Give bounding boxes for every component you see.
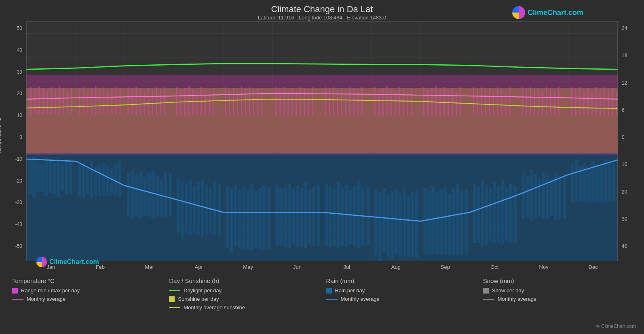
y-axis-left-label: Temperature °C — [0, 117, 2, 154]
svg-rect-46 — [127, 172, 131, 217]
month-nov: Nov — [519, 261, 568, 273]
svg-rect-86 — [304, 182, 307, 248]
svg-rect-145 — [571, 164, 574, 202]
logo-top: ClimeChart.com — [512, 6, 583, 19]
r-tick-30: 30 — [620, 216, 642, 222]
svg-rect-278 — [604, 87, 605, 115]
r-tick-18: 18 — [620, 53, 642, 58]
r-tick-6: 6 — [620, 107, 642, 113]
svg-rect-262 — [530, 87, 531, 115]
legend-rain-day-label: Rain per day — [335, 287, 365, 294]
svg-rect-174 — [99, 89, 100, 114]
r-tick-10: 10 — [620, 162, 642, 167]
svg-rect-228 — [357, 91, 359, 115]
svg-rect-214 — [291, 88, 293, 115]
month-jun: Jun — [273, 261, 322, 273]
svg-rect-253 — [485, 90, 486, 115]
svg-rect-78 — [267, 187, 270, 249]
svg-rect-55 — [164, 172, 167, 218]
y-axis-right: Day / Sunshine (h) Rain / Snow (mm) 24 1… — [618, 21, 644, 261]
svg-rect-263 — [534, 90, 535, 115]
logo-icon-bottom — [36, 257, 47, 267]
r-tick-40: 40 — [620, 243, 642, 249]
r-tick-12: 12 — [620, 80, 642, 86]
svg-rect-218 — [308, 91, 309, 115]
svg-rect-187 — [156, 87, 157, 115]
svg-rect-72 — [242, 187, 245, 250]
svg-rect-26 — [36, 161, 40, 192]
svg-rect-114 — [431, 186, 435, 255]
svg-rect-154 — [608, 163, 611, 202]
svg-rect-79 — [275, 185, 279, 246]
svg-rect-77 — [262, 186, 266, 250]
legend-snow-avg-label: Monthly average — [498, 296, 536, 302]
svg-rect-224 — [341, 88, 342, 115]
legend-rain-title: Rain (mm) — [326, 277, 475, 284]
svg-rect-133 — [513, 186, 517, 243]
svg-rect-169 — [79, 89, 80, 114]
svg-rect-177 — [111, 89, 112, 114]
y-tick-30: 30 — [2, 69, 24, 75]
svg-rect-252 — [481, 87, 482, 115]
svg-rect-30 — [53, 163, 56, 195]
svg-rect-172 — [91, 88, 92, 114]
svg-rect-92 — [333, 189, 336, 246]
svg-rect-168 — [71, 87, 72, 114]
svg-rect-269 — [558, 87, 560, 115]
svg-rect-75 — [254, 191, 258, 248]
svg-rect-230 — [374, 87, 376, 116]
svg-rect-267 — [550, 89, 551, 115]
svg-rect-27 — [40, 164, 44, 192]
svg-rect-251 — [477, 89, 478, 115]
svg-rect-37 — [86, 168, 89, 195]
svg-rect-239 — [411, 88, 412, 115]
svg-rect-189 — [164, 87, 165, 115]
svg-rect-204 — [241, 86, 242, 116]
svg-rect-254 — [489, 88, 490, 115]
x-axis-area: Jan Feb Mar Apr May Jun Jul Aug Sep Oct … — [26, 261, 618, 273]
legend-temp-avg-label: Monthly average — [27, 296, 65, 302]
svg-rect-132 — [509, 184, 512, 243]
svg-rect-107 — [399, 193, 402, 256]
legend-sunshine-avg-label: Monthly average sunshine — [184, 304, 245, 311]
legend-rain-avg: Monthly average — [326, 296, 475, 302]
y-tick-neg40: -40 — [2, 221, 24, 227]
svg-rect-128 — [493, 182, 496, 243]
svg-rect-50 — [144, 177, 147, 216]
svg-rect-179 — [119, 89, 120, 114]
svg-rect-199 — [213, 88, 214, 115]
r-tick-20: 20 — [620, 189, 642, 195]
svg-rect-93 — [337, 182, 340, 248]
svg-rect-137 — [534, 174, 537, 219]
svg-rect-28 — [44, 158, 48, 196]
svg-rect-113 — [427, 191, 431, 254]
svg-rect-53 — [156, 176, 159, 217]
svg-rect-122 — [465, 189, 468, 255]
svg-rect-175 — [103, 87, 104, 115]
y-tick-0: 0 — [2, 134, 24, 140]
svg-rect-222 — [333, 87, 334, 115]
svg-rect-126 — [485, 185, 488, 245]
legend-snow-day-swatch — [483, 288, 489, 294]
svg-rect-217 — [304, 89, 305, 116]
svg-rect-82 — [287, 183, 291, 248]
legend-sunshine: Day / Sunshine (h) Daylight per day Suns… — [165, 277, 322, 330]
svg-rect-220 — [325, 87, 326, 116]
svg-rect-221 — [329, 89, 330, 116]
legend-sunshine-day-swatch — [169, 296, 175, 302]
y-tick-50: 50 — [2, 26, 24, 31]
svg-rect-104 — [386, 195, 390, 257]
legend-sunshine-day: Sunshine per day — [169, 296, 318, 302]
svg-rect-135 — [526, 176, 529, 218]
svg-rect-33 — [65, 159, 68, 196]
svg-rect-171 — [87, 90, 88, 113]
legend-temp-range-label: Range min / max per day — [21, 287, 80, 294]
svg-rect-58 — [181, 181, 184, 239]
svg-rect-209 — [261, 91, 262, 115]
legend-rain-day-swatch — [326, 288, 332, 294]
legend-temp-range: Range min / max per day — [12, 287, 161, 294]
chart-svg — [26, 21, 618, 261]
svg-rect-119 — [452, 188, 455, 254]
y-tick-neg20: -20 — [2, 178, 24, 184]
svg-rect-38 — [90, 161, 93, 198]
